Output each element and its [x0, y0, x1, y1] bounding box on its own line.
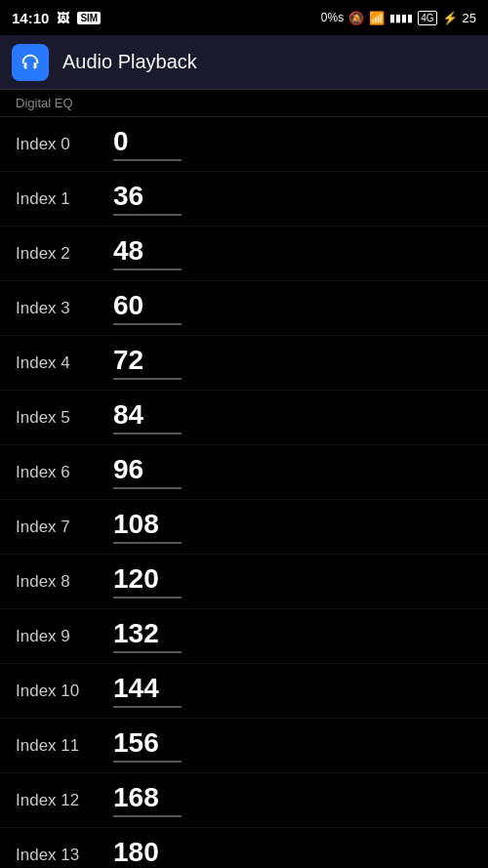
- index-label-13: Index 13: [16, 846, 113, 865]
- headphones-icon: [20, 52, 41, 73]
- index-row[interactable]: Index 584: [0, 391, 488, 445]
- index-row[interactable]: Index 13180: [0, 828, 488, 868]
- wifi-icon: 📶: [369, 11, 385, 25]
- app-icon: [12, 44, 49, 81]
- index-label-9: Index 9: [16, 627, 113, 646]
- index-value-8[interactable]: 120: [113, 564, 182, 599]
- index-label-2: Index 2: [16, 244, 113, 264]
- charging-icon: ⚡: [442, 11, 458, 25]
- index-row[interactable]: Index 12168: [0, 773, 488, 828]
- index-row[interactable]: Index 696: [0, 445, 488, 500]
- index-row[interactable]: Index 360: [0, 281, 488, 336]
- index-label-12: Index 12: [16, 791, 113, 810]
- index-row[interactable]: Index 248: [0, 227, 488, 281]
- index-row[interactable]: Index 8120: [0, 555, 488, 609]
- sim-icon: SIM: [77, 12, 101, 24]
- photo-icon: 🖼: [57, 11, 69, 25]
- index-label-5: Index 5: [16, 408, 113, 428]
- index-value-13[interactable]: 180: [113, 838, 182, 868]
- index-label-1: Index 1: [16, 189, 113, 209]
- index-value-4[interactable]: 72: [113, 346, 182, 380]
- index-value-12[interactable]: 168: [113, 783, 182, 817]
- index-label-11: Index 11: [16, 736, 113, 756]
- lte-icon: 4G: [418, 11, 436, 25]
- index-label-6: Index 6: [16, 463, 113, 482]
- status-icons-right: 0%s 🔕 📶 ▮▮▮▮ 4G ⚡ 25: [321, 11, 476, 25]
- index-row[interactable]: Index 10144: [0, 664, 488, 719]
- index-value-3[interactable]: 60: [113, 291, 182, 325]
- index-row[interactable]: Index 9132: [0, 609, 488, 664]
- index-value-1[interactable]: 36: [113, 182, 182, 216]
- index-label-7: Index 7: [16, 517, 113, 537]
- index-value-2[interactable]: 48: [113, 236, 182, 270]
- index-row[interactable]: Index 11156: [0, 719, 488, 773]
- app-title: Audio Playback: [62, 51, 197, 73]
- index-value-6[interactable]: 96: [113, 455, 182, 489]
- index-row[interactable]: Index 00: [0, 117, 488, 172]
- index-label-4: Index 4: [16, 353, 113, 373]
- index-row[interactable]: Index 472: [0, 336, 488, 391]
- status-bar: 14:10 🖼 SIM 0%s 🔕 📶 ▮▮▮▮ 4G ⚡ 25: [0, 0, 488, 35]
- index-value-9[interactable]: 132: [113, 619, 182, 653]
- index-value-10[interactable]: 144: [113, 674, 182, 708]
- mute-icon: 🔕: [348, 11, 364, 25]
- index-label-3: Index 3: [16, 299, 113, 318]
- scroll-label: Digital EQ: [0, 90, 488, 117]
- index-label-10: Index 10: [16, 682, 113, 701]
- index-value-7[interactable]: 108: [113, 510, 182, 544]
- time-display: 14:10: [12, 10, 49, 26]
- index-list: Index 00Index 136Index 248Index 360Index…: [0, 117, 488, 868]
- index-row[interactable]: Index 136: [0, 172, 488, 227]
- battery-display: 25: [463, 11, 476, 25]
- index-value-5[interactable]: 84: [113, 400, 182, 434]
- index-label-0: Index 0: [16, 135, 113, 154]
- status-time: 14:10 🖼 SIM: [12, 10, 101, 26]
- index-row[interactable]: Index 7108: [0, 500, 488, 555]
- index-value-11[interactable]: 156: [113, 728, 182, 763]
- index-label-8: Index 8: [16, 572, 113, 592]
- data-icon: 0%s: [321, 11, 344, 24]
- index-value-0[interactable]: 0: [113, 127, 182, 161]
- app-header: Audio Playback: [0, 35, 488, 90]
- signal-icon: ▮▮▮▮: [389, 12, 413, 24]
